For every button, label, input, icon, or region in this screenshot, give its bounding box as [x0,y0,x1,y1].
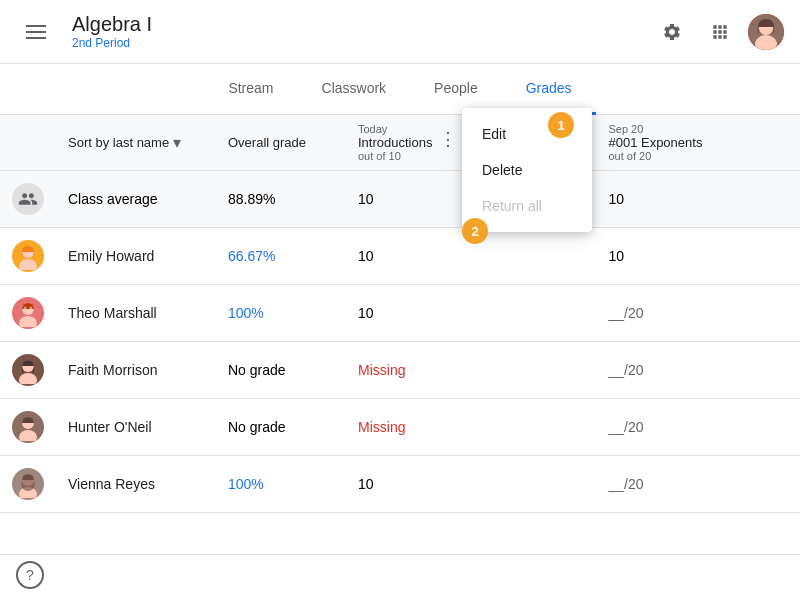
assign-intro-out: out of 10 [358,150,432,162]
avg-name-text: Class average [68,191,158,207]
settings-icon [662,22,682,42]
context-menu: Edit Delete Return all [462,108,592,232]
assign-col-sep20: Sep 20 #001 Exponents out of 20 [596,115,716,171]
avg-icon [12,183,44,215]
table-sort-row: Sort by last name ▾ Overall grade Today … [0,115,800,171]
student-avatar-emily [12,240,44,272]
app-title: Algebra I 2nd Period [72,13,152,50]
avatar-hunter [14,413,42,441]
assign-col-intro: Today Introductions out of 10 ⋮ [346,115,476,171]
avatar-faith [14,356,42,384]
assign-header-intro-wrap: Today Introductions out of 10 ⋮ [358,123,464,162]
student-grade-theo-2-text: __/20 [608,305,643,321]
tab-classwork[interactable]: Classwork [298,64,411,115]
student-grade-faith-1 [476,342,596,399]
student-grade-faith-0: Missing [346,342,476,399]
svg-point-8 [24,307,27,310]
student-overall-emily: 66.67% [228,248,275,264]
student-grade-theo-1 [476,285,596,342]
avg-overall-cell: 88.89% [216,171,346,228]
assign-intro-menu-btn[interactable]: ⋮ [432,123,464,155]
avatar-vienna [14,470,42,498]
student-extra-vienna [716,456,800,513]
student-overall-cell: No grade [216,342,346,399]
menu-button[interactable] [16,12,56,52]
svg-point-11 [19,373,37,384]
overall-grade-col-header: Overall grade [216,115,346,171]
context-menu-delete[interactable]: Delete [462,152,592,188]
overall-grade-label: Overall grade [228,135,306,150]
student-extra-faith [716,342,800,399]
extra-col-header [716,115,800,171]
student-extra-emily [716,228,800,285]
header: Algebra I 2nd Period [0,0,800,64]
student-avatar-cell [0,399,56,456]
student-grade-hunter-2: __/20 [596,399,716,456]
student-grade-theo-0-text: 10 [358,305,374,321]
svg-point-9 [30,307,33,310]
table-row: Vienna Reyes 100% 10 __/20 [0,456,800,513]
student-name-hunter: Hunter O'Neil [68,419,152,435]
student-grade-hunter-0: Missing [346,399,476,456]
avatar-theo [14,299,42,327]
student-grade-hunter-2-text: __/20 [608,419,643,435]
student-name-cell: Faith Morrison [56,342,216,399]
avg-extra [716,171,800,228]
student-overall-cell: 100% [216,285,346,342]
student-grade-vienna-2-text: __/20 [608,476,643,492]
student-grade-theo-2: __/20 [596,285,716,342]
assign-sep20-out: out of 20 [608,150,704,162]
grades-table-container: Sort by last name ▾ Overall grade Today … [0,115,800,554]
student-overall-cell: 100% [216,456,346,513]
assign-sep20-name: #001 Exponents [608,135,704,150]
student-grade-theo-0: 10 [346,285,476,342]
student-overall-hunter: No grade [228,419,286,435]
assign-intro-date: Today [358,123,432,135]
avg-overall-text: 88.89% [228,191,275,207]
student-grade-hunter-0-text: Missing [358,419,405,435]
student-avatar-cell [0,342,56,399]
student-avatar-theo [12,297,44,329]
student-grade-emily-1 [476,228,596,285]
student-grade-faith-2: __/20 [596,342,716,399]
student-name-emily: Emily Howard [68,248,154,264]
avatar-image [748,14,784,50]
assign-intro-name: Introductions [358,135,432,150]
app-container: Algebra I 2nd Period [0,0,800,600]
student-overall-cell: No grade [216,399,346,456]
sort-label[interactable]: Sort by last name ▾ [68,133,204,152]
bottom-bar: ? [0,554,800,594]
tab-stream[interactable]: Stream [204,64,297,115]
svg-point-13 [19,430,37,441]
help-label: ? [26,567,34,583]
svg-point-5 [19,259,37,270]
grades-table: Sort by last name ▾ Overall grade Today … [0,115,800,513]
assign-sep20-info: Sep 20 #001 Exponents out of 20 [608,123,704,162]
assign-intro-info: Today Introductions out of 10 [358,123,432,162]
apps-button[interactable] [700,12,740,52]
student-grade-emily-2: 10 [596,228,716,285]
avg-grade-2: 10 [596,171,716,228]
student-grade-faith-0-text: Missing [358,362,405,378]
header-left: Algebra I 2nd Period [16,12,652,52]
student-grade-emily-0-text: 10 [358,248,374,264]
user-avatar[interactable] [748,14,784,50]
table-row: Theo Marshall 100% 10 __/20 [0,285,800,342]
sort-label-text: Sort by last name [68,135,169,150]
avg-grade-0-text: 10 [358,191,374,207]
student-name-vienna: Vienna Reyes [68,476,155,492]
student-name-cell: Emily Howard [56,228,216,285]
hamburger-icon [18,17,54,47]
student-grade-vienna-0: 10 [346,456,476,513]
nav-tabs: Stream Classwork People Grades [0,64,800,115]
student-overall-vienna: 100% [228,476,264,492]
student-grade-vienna-0-text: 10 [358,476,374,492]
help-button[interactable]: ? [16,561,44,589]
student-name-cell: Hunter O'Neil [56,399,216,456]
settings-button[interactable] [652,12,692,52]
table-row: Emily Howard 66.67% 10 10 [0,228,800,285]
class-average-row: Class average 88.89% 10 10 [0,171,800,228]
context-menu-return-all: Return all [462,188,592,224]
context-menu-edit[interactable]: Edit [462,116,592,152]
student-grade-vienna-2: __/20 [596,456,716,513]
